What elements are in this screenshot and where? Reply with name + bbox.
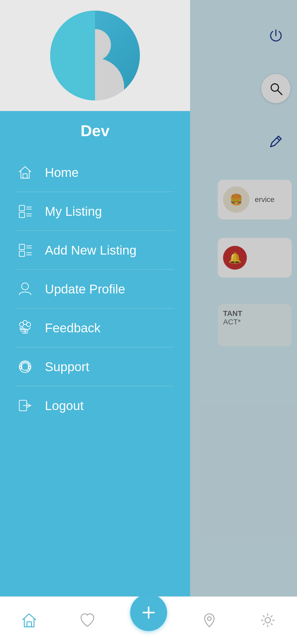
feedback-icon — [16, 319, 34, 337]
listing-icon — [16, 202, 34, 220]
nav-home[interactable] — [13, 612, 45, 629]
fab-add-button[interactable] — [130, 594, 167, 631]
svg-rect-28 — [27, 622, 31, 627]
svg-rect-4 — [19, 205, 25, 211]
menu-label-add-new-listing: Add New Listing — [45, 243, 136, 257]
svg-point-32 — [265, 618, 270, 623]
menu-item-feedback[interactable]: Feedback — [16, 309, 174, 347]
menu-label-update-profile: Update Profile — [45, 282, 125, 296]
nav-favorites[interactable] — [72, 612, 103, 629]
svg-point-19 — [26, 322, 31, 326]
menu-item-logout[interactable]: Logout — [16, 386, 174, 425]
menu-label-logout: Logout — [45, 398, 84, 413]
svg-point-31 — [208, 617, 211, 620]
avatar-left-half — [50, 11, 95, 100]
svg-rect-10 — [19, 244, 25, 250]
bottom-navigation — [0, 596, 297, 644]
avatar-section — [0, 0, 190, 111]
support-icon — [16, 357, 34, 376]
svg-rect-3 — [23, 174, 27, 178]
menu-item-home[interactable]: Home — [16, 153, 174, 192]
menu-item-add-new-listing[interactable]: Add New Listing — [16, 231, 174, 270]
navigation-drawer: Dev Home — [0, 0, 190, 644]
menu-label-my-listing: My Listing — [45, 204, 102, 219]
add-listing-icon — [16, 241, 34, 259]
logout-icon — [16, 396, 34, 415]
drawer-username: Dev — [16, 111, 174, 153]
menu-label-home: Home — [45, 165, 79, 180]
menu-item-update-profile[interactable]: Update Profile — [16, 270, 174, 309]
menu-label-support: Support — [45, 360, 89, 374]
svg-point-16 — [22, 283, 29, 290]
nav-settings[interactable] — [252, 612, 284, 629]
menu-item-support[interactable]: Support — [16, 347, 174, 386]
svg-rect-7 — [19, 212, 25, 218]
home-icon — [16, 163, 34, 182]
person-icon — [16, 280, 34, 298]
drawer-menu: Dev Home — [0, 111, 190, 644]
svg-point-23 — [21, 363, 29, 370]
menu-label-feedback: Feedback — [45, 321, 101, 335]
avatar — [50, 11, 140, 100]
nav-location[interactable] — [194, 612, 225, 629]
svg-rect-13 — [19, 251, 25, 256]
menu-item-my-listing[interactable]: My Listing — [16, 192, 174, 231]
